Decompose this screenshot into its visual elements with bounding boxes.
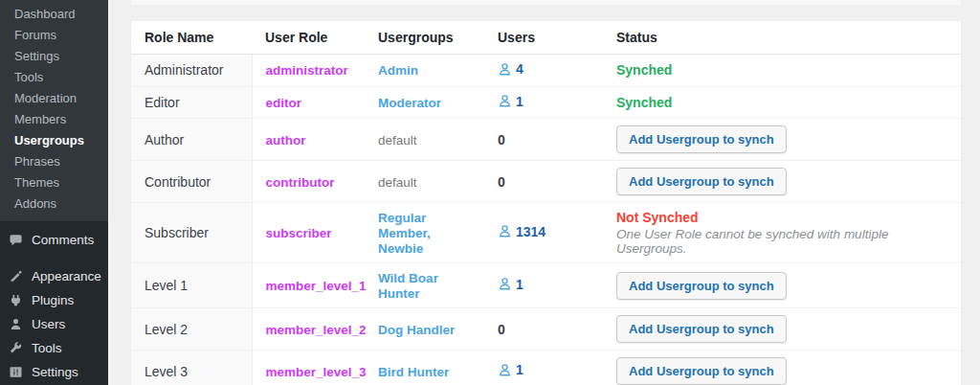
role-name-cell: Contributor (131, 161, 252, 203)
user-icon (498, 224, 512, 238)
user-role-value: author (266, 133, 306, 147)
user-role-value: member_level_1 (266, 279, 367, 293)
users-count: 1314 (516, 224, 546, 239)
menu-item-label: Comments (32, 233, 94, 247)
sidebar-item-phrases[interactable]: Phrases (0, 151, 108, 172)
table-row: Contributor contributor default 0 Add Us… (131, 161, 961, 203)
sidebar-item-dashboard[interactable]: Dashboard (0, 4, 108, 25)
sidebar-item-appearance[interactable]: Appearance (0, 264, 108, 288)
user-icon (498, 277, 512, 291)
sidebar-item-forums[interactable]: Forums (0, 25, 108, 46)
users-count: 0 (498, 174, 505, 190)
admin-main-menu: Comments Appearance Plugins Users (0, 221, 108, 384)
header-usergroups: Usergroups (365, 21, 484, 55)
usergroup-default: default (378, 175, 417, 190)
menu-separator (0, 252, 108, 264)
header-users: Users (484, 21, 603, 55)
menu-item-label: Settings (32, 365, 78, 379)
user-icon (498, 94, 512, 108)
appearance-icon (8, 269, 23, 284)
user-role-value: editor (266, 96, 302, 110)
table-header-row: Role Name User Role Usergroups Users Sta… (131, 21, 961, 55)
sidebar-item-themes[interactable]: Themes (0, 172, 108, 193)
table-row: Level 2 member_level_2 Dog Handler 0 Add… (131, 308, 961, 351)
sidebar-item-tools[interactable]: Tools (0, 67, 108, 88)
users-count: 0 (498, 322, 505, 337)
users-icon (8, 317, 23, 332)
menu-item-label: Tools (32, 341, 62, 355)
add-usergroup-button[interactable]: Add Usergroup to synch (616, 125, 787, 153)
plugins-icon (8, 293, 23, 308)
forum-submenu: Dashboard Forums Settings Tools Moderati… (0, 0, 108, 221)
sidebar-item-usergroups[interactable]: Usergroups (0, 130, 108, 151)
users-count-link[interactable]: 1 (498, 362, 523, 377)
usergroup-link[interactable]: Dog Handler (378, 323, 455, 337)
users-count-link[interactable]: 1 (498, 94, 523, 109)
table-row: Author author default 0 Add Usergroup to… (131, 119, 961, 161)
table-row: Subscriber subscriber Regular Member, Ne… (131, 203, 961, 263)
role-name-cell: Level 3 (131, 351, 252, 385)
role-name-cell: Level 1 (131, 263, 252, 308)
user-icon (498, 363, 512, 377)
add-usergroup-button[interactable]: Add Usergroup to synch (616, 315, 787, 343)
add-usergroup-button[interactable]: Add Usergroup to synch (616, 357, 787, 385)
usergroup-link[interactable]: Bird Hunter (378, 365, 449, 379)
user-role-value: member_level_3 (266, 365, 367, 379)
role-name-cell: Subscriber (131, 203, 252, 263)
user-icon (498, 62, 512, 77)
usergroups-sync-panel: Role Name User Role Usergroups Users Sta… (131, 21, 961, 385)
sidebar-item-users[interactable]: Users (0, 312, 108, 336)
table-row: Editor editor Moderator 1 Synched (131, 86, 961, 119)
role-sync-table: Role Name User Role Usergroups Users Sta… (131, 21, 961, 385)
role-name-cell: Editor (131, 86, 252, 119)
role-name-cell: Author (131, 119, 252, 161)
menu-item-label: Users (32, 317, 65, 331)
user-role-value: contributor (266, 175, 335, 190)
content-top-strip (131, 0, 961, 5)
users-count: 1 (516, 277, 523, 292)
users-count: 1 (516, 94, 523, 109)
usergroup-link[interactable]: Regular Member, Newbie (378, 211, 431, 256)
users-count-link[interactable]: 1 (498, 277, 523, 292)
usergroup-link[interactable]: Wild Boar Hunter (378, 271, 438, 301)
header-role-name: Role Name (131, 21, 252, 55)
add-usergroup-button[interactable]: Add Usergroup to synch (616, 272, 787, 300)
sidebar-item-settings[interactable]: Settings (0, 46, 108, 67)
users-count-link[interactable]: 1314 (498, 224, 546, 239)
sidebar-item-plugins[interactable]: Plugins (0, 288, 108, 312)
users-count: 1 (516, 362, 523, 377)
menu-item-label: Appearance (32, 269, 101, 283)
user-role-value: subscriber (266, 226, 332, 240)
sidebar-item-comments[interactable]: Comments (0, 228, 108, 252)
usergroup-link[interactable]: Admin (378, 63, 418, 78)
role-name-cell: Administrator (131, 55, 252, 87)
table-row: Administrator administrator Admin 4 Sync… (131, 55, 961, 87)
sidebar-item-tools[interactable]: Tools (0, 336, 108, 360)
user-role-value: member_level_2 (266, 323, 367, 337)
users-count: 0 (498, 132, 505, 147)
usergroup-default: default (378, 133, 417, 147)
comments-icon (8, 233, 23, 248)
role-name-cell: Level 2 (131, 308, 252, 351)
tools-icon (8, 341, 23, 356)
table-row: Level 3 member_level_3 Bird Hunter 1 Add… (131, 351, 961, 385)
table-row: Level 1 member_level_1 Wild Boar Hunter … (131, 263, 961, 308)
usergroup-link[interactable]: Moderator (378, 96, 441, 110)
header-status: Status (603, 21, 961, 55)
user-role-value: administrator (266, 63, 348, 78)
settings-icon (8, 365, 23, 380)
add-usergroup-button[interactable]: Add Usergroup to synch (616, 168, 787, 195)
status-badge: Synched (616, 62, 672, 78)
status-badge: Synched (616, 95, 672, 110)
users-count-link[interactable]: 4 (498, 61, 523, 77)
sidebar-item-moderation[interactable]: Moderation (0, 88, 108, 109)
sidebar-item-settings[interactable]: Settings (0, 360, 108, 384)
status-badge: Not Synched (616, 210, 951, 225)
status-note: One User Role cannot be synched with mul… (616, 227, 951, 256)
sidebar-item-members[interactable]: Members (0, 109, 108, 130)
admin-sidebar: Dashboard Forums Settings Tools Moderati… (0, 0, 108, 385)
users-count: 4 (516, 61, 523, 77)
header-user-role: User Role (252, 21, 365, 55)
menu-item-label: Plugins (32, 293, 74, 307)
sidebar-item-addons[interactable]: Addons (0, 193, 108, 215)
